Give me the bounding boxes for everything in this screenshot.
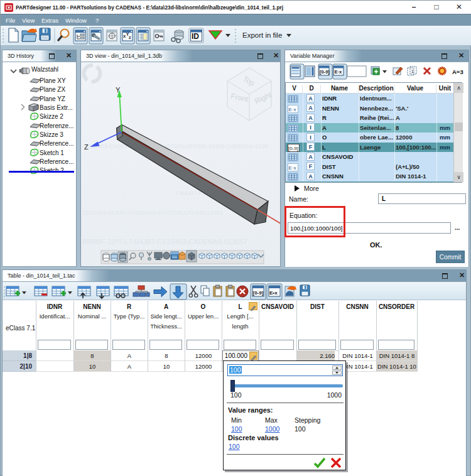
- svg-text:z: z: [129, 35, 131, 40]
- svg-text:Z: Z: [84, 143, 89, 151]
- svg-text:Skizze 2: Skizze 2: [40, 113, 63, 120]
- svg-text:CD23453-013057-CADENAS-PARTSOL: CD23453-013057-CADENAS-PARTSOLUTIONS-234…: [82, 210, 223, 216]
- svg-text:E·x: E·x: [289, 107, 296, 112]
- svg-text:Plane XY: Plane XY: [40, 77, 66, 84]
- svg-text:E•x: E•x: [269, 290, 278, 296]
- svg-text:Export in file: Export in file: [242, 31, 282, 39]
- svg-text:Y: Y: [116, 86, 121, 94]
- svg-text:Skizze 3: Skizze 3: [40, 131, 63, 138]
- svg-text:Plane ZX: Plane ZX: [40, 86, 65, 93]
- svg-text:x: x: [123, 34, 126, 38]
- svg-text:E·x: E·x: [289, 165, 296, 171]
- svg-text:E·x: E·x: [335, 69, 343, 75]
- svg-text:[0-9]: [0-9]: [320, 69, 330, 75]
- svg-text:Sketch 1: Sketch 1: [40, 149, 64, 156]
- svg-text:Walzstahl: Walzstahl: [31, 66, 58, 73]
- svg-text:Reference...: Reference...: [40, 158, 73, 165]
- svg-text:CV-23453-CADENAS-013057-PARTSO: CV-23453-CADENAS-013057-PARTSOLUTIONS-23…: [82, 143, 268, 149]
- svg-text:[0-9]: [0-9]: [288, 146, 298, 151]
- svg-text:Reference...: Reference...: [40, 140, 73, 147]
- svg-text:A=3: A=3: [452, 68, 463, 75]
- svg-text:BBBBF-7J?7-L7-B4JB7-FJ-23453-C: BBBBF-7J?7-L7-B4JB7-FJ-23453-CADENAS-013…: [82, 238, 247, 246]
- svg-text:1: 1: [411, 68, 414, 74]
- svg-text:ID: ID: [192, 32, 199, 41]
- svg-text:Basis Extr...: Basis Extr...: [40, 104, 73, 111]
- svg-text:Referenze...: Referenze...: [40, 122, 73, 129]
- svg-text:[0-9]: [0-9]: [253, 290, 264, 296]
- svg-text:Plane YZ: Plane YZ: [40, 95, 65, 102]
